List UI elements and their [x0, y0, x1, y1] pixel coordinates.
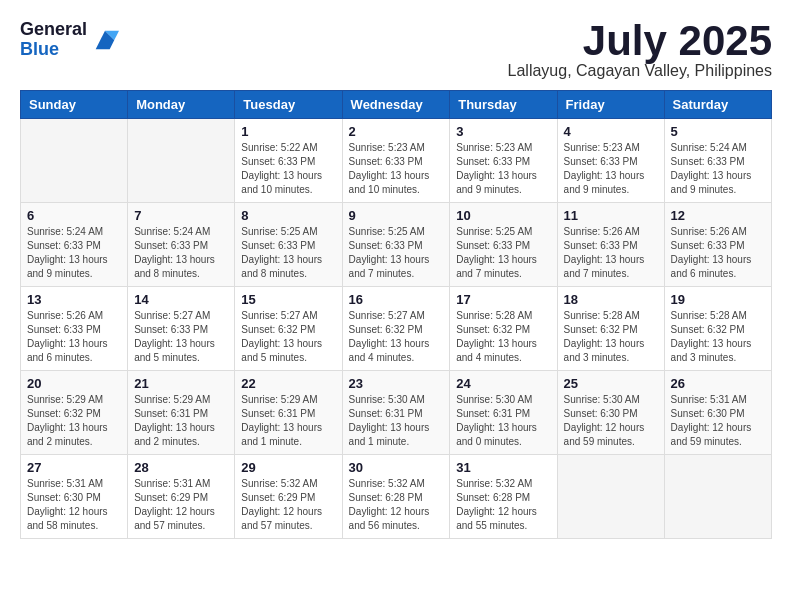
day-number-5: 5 — [671, 124, 765, 139]
day-info-29: Sunrise: 5:32 AM Sunset: 6:29 PM Dayligh… — [241, 477, 335, 533]
calendar-cell-w5-d1: 27Sunrise: 5:31 AM Sunset: 6:30 PM Dayli… — [21, 455, 128, 539]
day-number-13: 13 — [27, 292, 121, 307]
day-number-29: 29 — [241, 460, 335, 475]
day-info-16: Sunrise: 5:27 AM Sunset: 6:32 PM Dayligh… — [349, 309, 444, 365]
month-title: July 2025 — [508, 20, 772, 62]
calendar-week-3: 13Sunrise: 5:26 AM Sunset: 6:33 PM Dayli… — [21, 287, 772, 371]
day-info-20: Sunrise: 5:29 AM Sunset: 6:32 PM Dayligh… — [27, 393, 121, 449]
calendar-cell-w5-d6 — [557, 455, 664, 539]
day-number-11: 11 — [564, 208, 658, 223]
day-info-15: Sunrise: 5:27 AM Sunset: 6:32 PM Dayligh… — [241, 309, 335, 365]
calendar-cell-w1-d6: 4Sunrise: 5:23 AM Sunset: 6:33 PM Daylig… — [557, 119, 664, 203]
calendar-cell-w3-d6: 18Sunrise: 5:28 AM Sunset: 6:32 PM Dayli… — [557, 287, 664, 371]
day-info-23: Sunrise: 5:30 AM Sunset: 6:31 PM Dayligh… — [349, 393, 444, 449]
day-number-24: 24 — [456, 376, 550, 391]
calendar-cell-w1-d2 — [128, 119, 235, 203]
day-number-30: 30 — [349, 460, 444, 475]
calendar-cell-w4-d7: 26Sunrise: 5:31 AM Sunset: 6:30 PM Dayli… — [664, 371, 771, 455]
calendar-cell-w4-d5: 24Sunrise: 5:30 AM Sunset: 6:31 PM Dayli… — [450, 371, 557, 455]
calendar-cell-w2-d5: 10Sunrise: 5:25 AM Sunset: 6:33 PM Dayli… — [450, 203, 557, 287]
day-info-11: Sunrise: 5:26 AM Sunset: 6:33 PM Dayligh… — [564, 225, 658, 281]
header-wednesday: Wednesday — [342, 91, 450, 119]
calendar-cell-w2-d2: 7Sunrise: 5:24 AM Sunset: 6:33 PM Daylig… — [128, 203, 235, 287]
day-info-8: Sunrise: 5:25 AM Sunset: 6:33 PM Dayligh… — [241, 225, 335, 281]
day-info-10: Sunrise: 5:25 AM Sunset: 6:33 PM Dayligh… — [456, 225, 550, 281]
day-info-25: Sunrise: 5:30 AM Sunset: 6:30 PM Dayligh… — [564, 393, 658, 449]
day-info-22: Sunrise: 5:29 AM Sunset: 6:31 PM Dayligh… — [241, 393, 335, 449]
day-number-2: 2 — [349, 124, 444, 139]
day-info-14: Sunrise: 5:27 AM Sunset: 6:33 PM Dayligh… — [134, 309, 228, 365]
header-monday: Monday — [128, 91, 235, 119]
day-number-9: 9 — [349, 208, 444, 223]
calendar-cell-w3-d1: 13Sunrise: 5:26 AM Sunset: 6:33 PM Dayli… — [21, 287, 128, 371]
day-info-31: Sunrise: 5:32 AM Sunset: 6:28 PM Dayligh… — [456, 477, 550, 533]
calendar-cell-w1-d5: 3Sunrise: 5:23 AM Sunset: 6:33 PM Daylig… — [450, 119, 557, 203]
calendar-cell-w3-d2: 14Sunrise: 5:27 AM Sunset: 6:33 PM Dayli… — [128, 287, 235, 371]
header-sunday: Sunday — [21, 91, 128, 119]
day-info-18: Sunrise: 5:28 AM Sunset: 6:32 PM Dayligh… — [564, 309, 658, 365]
logo-general-text: General — [20, 20, 87, 40]
day-number-10: 10 — [456, 208, 550, 223]
calendar-cell-w2-d7: 12Sunrise: 5:26 AM Sunset: 6:33 PM Dayli… — [664, 203, 771, 287]
day-number-23: 23 — [349, 376, 444, 391]
day-info-2: Sunrise: 5:23 AM Sunset: 6:33 PM Dayligh… — [349, 141, 444, 197]
day-number-17: 17 — [456, 292, 550, 307]
day-info-3: Sunrise: 5:23 AM Sunset: 6:33 PM Dayligh… — [456, 141, 550, 197]
calendar-cell-w4-d6: 25Sunrise: 5:30 AM Sunset: 6:30 PM Dayli… — [557, 371, 664, 455]
location-text: Lallayug, Cagayan Valley, Philippines — [508, 62, 772, 80]
calendar-cell-w1-d4: 2Sunrise: 5:23 AM Sunset: 6:33 PM Daylig… — [342, 119, 450, 203]
day-number-31: 31 — [456, 460, 550, 475]
day-number-22: 22 — [241, 376, 335, 391]
day-info-21: Sunrise: 5:29 AM Sunset: 6:31 PM Dayligh… — [134, 393, 228, 449]
day-number-1: 1 — [241, 124, 335, 139]
logo: General Blue — [20, 20, 119, 60]
weekday-header-row: Sunday Monday Tuesday Wednesday Thursday… — [21, 91, 772, 119]
day-number-27: 27 — [27, 460, 121, 475]
day-info-6: Sunrise: 5:24 AM Sunset: 6:33 PM Dayligh… — [27, 225, 121, 281]
day-info-28: Sunrise: 5:31 AM Sunset: 6:29 PM Dayligh… — [134, 477, 228, 533]
day-info-7: Sunrise: 5:24 AM Sunset: 6:33 PM Dayligh… — [134, 225, 228, 281]
calendar-cell-w5-d4: 30Sunrise: 5:32 AM Sunset: 6:28 PM Dayli… — [342, 455, 450, 539]
day-number-16: 16 — [349, 292, 444, 307]
day-number-15: 15 — [241, 292, 335, 307]
calendar-cell-w4-d3: 22Sunrise: 5:29 AM Sunset: 6:31 PM Dayli… — [235, 371, 342, 455]
header-friday: Friday — [557, 91, 664, 119]
calendar-cell-w5-d3: 29Sunrise: 5:32 AM Sunset: 6:29 PM Dayli… — [235, 455, 342, 539]
day-number-21: 21 — [134, 376, 228, 391]
calendar-cell-w1-d7: 5Sunrise: 5:24 AM Sunset: 6:33 PM Daylig… — [664, 119, 771, 203]
day-info-26: Sunrise: 5:31 AM Sunset: 6:30 PM Dayligh… — [671, 393, 765, 449]
day-number-26: 26 — [671, 376, 765, 391]
calendar-cell-w3-d4: 16Sunrise: 5:27 AM Sunset: 6:32 PM Dayli… — [342, 287, 450, 371]
day-info-17: Sunrise: 5:28 AM Sunset: 6:32 PM Dayligh… — [456, 309, 550, 365]
day-number-12: 12 — [671, 208, 765, 223]
day-info-27: Sunrise: 5:31 AM Sunset: 6:30 PM Dayligh… — [27, 477, 121, 533]
day-number-28: 28 — [134, 460, 228, 475]
day-number-8: 8 — [241, 208, 335, 223]
day-info-13: Sunrise: 5:26 AM Sunset: 6:33 PM Dayligh… — [27, 309, 121, 365]
day-info-12: Sunrise: 5:26 AM Sunset: 6:33 PM Dayligh… — [671, 225, 765, 281]
title-section: July 2025 Lallayug, Cagayan Valley, Phil… — [508, 20, 772, 80]
calendar-week-4: 20Sunrise: 5:29 AM Sunset: 6:32 PM Dayli… — [21, 371, 772, 455]
day-info-30: Sunrise: 5:32 AM Sunset: 6:28 PM Dayligh… — [349, 477, 444, 533]
header-saturday: Saturday — [664, 91, 771, 119]
calendar-cell-w3-d7: 19Sunrise: 5:28 AM Sunset: 6:32 PM Dayli… — [664, 287, 771, 371]
day-number-4: 4 — [564, 124, 658, 139]
calendar-week-2: 6Sunrise: 5:24 AM Sunset: 6:33 PM Daylig… — [21, 203, 772, 287]
day-info-19: Sunrise: 5:28 AM Sunset: 6:32 PM Dayligh… — [671, 309, 765, 365]
calendar-cell-w1-d3: 1Sunrise: 5:22 AM Sunset: 6:33 PM Daylig… — [235, 119, 342, 203]
calendar-cell-w4-d2: 21Sunrise: 5:29 AM Sunset: 6:31 PM Dayli… — [128, 371, 235, 455]
calendar-week-1: 1Sunrise: 5:22 AM Sunset: 6:33 PM Daylig… — [21, 119, 772, 203]
calendar-cell-w5-d2: 28Sunrise: 5:31 AM Sunset: 6:29 PM Dayli… — [128, 455, 235, 539]
header-tuesday: Tuesday — [235, 91, 342, 119]
calendar-cell-w4-d1: 20Sunrise: 5:29 AM Sunset: 6:32 PM Dayli… — [21, 371, 128, 455]
day-number-20: 20 — [27, 376, 121, 391]
header-thursday: Thursday — [450, 91, 557, 119]
calendar-cell-w2-d4: 9Sunrise: 5:25 AM Sunset: 6:33 PM Daylig… — [342, 203, 450, 287]
calendar-cell-w5-d5: 31Sunrise: 5:32 AM Sunset: 6:28 PM Dayli… — [450, 455, 557, 539]
day-number-19: 19 — [671, 292, 765, 307]
calendar-cell-w3-d5: 17Sunrise: 5:28 AM Sunset: 6:32 PM Dayli… — [450, 287, 557, 371]
day-number-3: 3 — [456, 124, 550, 139]
logo-blue-text: Blue — [20, 40, 87, 60]
day-number-6: 6 — [27, 208, 121, 223]
day-number-18: 18 — [564, 292, 658, 307]
